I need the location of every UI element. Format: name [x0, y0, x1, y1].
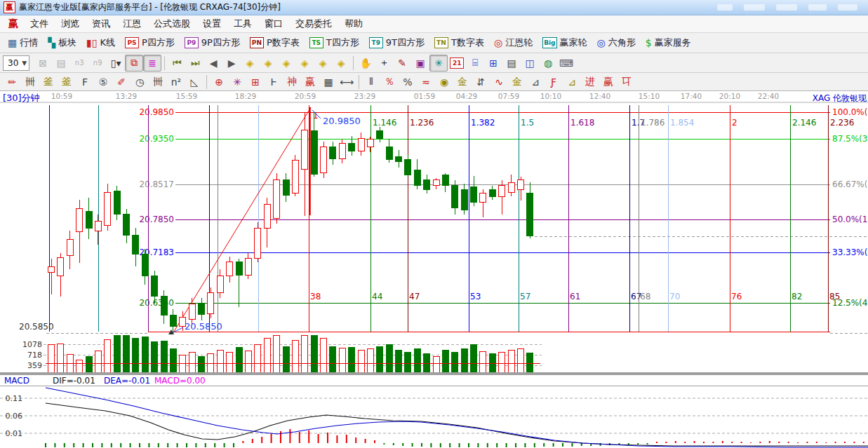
angle-tool-icon[interactable]: ◺ — [185, 74, 203, 90]
terminal-icon[interactable]: ⌨ — [557, 55, 575, 72]
crosshair-tool-icon[interactable]: ＋ — [375, 55, 393, 72]
gold-line-tool-icon[interactable]: 金 — [453, 74, 472, 90]
calculator-icon[interactable]: ⌸ — [466, 55, 484, 72]
time-cycle-tool-icon[interactable]: ◷ — [131, 74, 149, 90]
sectors-button[interactable]: ▚板块 — [43, 34, 81, 51]
menu-item-窗口[interactable]: 窗口 — [258, 16, 289, 32]
save-icon[interactable]: ◫ — [521, 55, 539, 72]
gold-gann-1-icon[interactable]: 釜 — [39, 74, 58, 90]
color-histogram-icon[interactable]: ≣ — [143, 55, 161, 72]
9p-square-button[interactable]: P99P四方形 — [180, 34, 245, 51]
gann-box-tool-icon[interactable]: ⊞ — [246, 74, 265, 90]
percent-red-tool-icon[interactable]: ％ — [380, 74, 399, 90]
chart-canvas[interactable]: 10:5913:2915:5918:2920:5923:2901:5904:29… — [0, 91, 868, 448]
fib-tool-icon[interactable]: F — [76, 74, 94, 90]
titlebar-faint-button[interactable] — [776, 4, 797, 11]
calendar-icon[interactable]: 21 — [448, 55, 466, 72]
gold-gann-2-icon[interactable]: 釜 — [58, 74, 76, 90]
disabled-tool-1-icon[interactable]: ⊠ — [34, 55, 52, 72]
pen-tool-icon[interactable]: ✏ — [3, 74, 21, 90]
candle — [133, 236, 139, 254]
k-marker-tool-icon[interactable]: Ͱ — [265, 74, 283, 90]
last-page-icon[interactable]: ⏭ — [186, 55, 204, 72]
compare-tool-icon[interactable]: ⫴ — [362, 74, 380, 90]
diamond-h-expand-icon[interactable]: ◈ — [277, 55, 295, 72]
menu-item-江恩[interactable]: 江恩 — [116, 16, 147, 32]
ying2-tool-icon[interactable]: 赢 — [599, 74, 617, 90]
chart-area[interactable]: 10:5913:2915:5918:2920:5923:2901:5904:29… — [0, 91, 868, 448]
menu-item-公式选股[interactable]: 公式选股 — [147, 16, 196, 32]
menu-item-浏览[interactable]: 浏览 — [55, 16, 86, 32]
candle-style-icon[interactable]: ▯▾ — [107, 55, 125, 72]
shen-tool-icon[interactable]: 神 — [283, 74, 301, 90]
first-page-icon[interactable]: ⏮ — [168, 55, 186, 72]
p-table-button[interactable]: PNP数字表 — [245, 34, 305, 51]
disabled-tool-4-icon[interactable]: n9 — [88, 55, 107, 72]
t-table-button[interactable]: TNT数字表 — [429, 34, 489, 51]
prev-bar-icon[interactable]: ◀ — [204, 55, 222, 72]
winner-service-button[interactable]: $赢家服务 — [641, 34, 696, 51]
menu-item-工具[interactable]: 工具 — [227, 16, 258, 32]
macd-indicator-name[interactable]: MACD — [4, 376, 29, 386]
p-square-button[interactable]: PSP四方形 — [120, 34, 180, 51]
titlebar-faint-button[interactable] — [744, 4, 765, 11]
level-tool-icon[interactable]: ≂ — [417, 74, 435, 90]
star-tool-icon[interactable]: ✳ — [228, 74, 246, 90]
jline-tool-icon[interactable]: ⊿ — [526, 74, 545, 90]
square-of-nine-tool-icon[interactable]: n² — [167, 74, 185, 90]
annotate-tool-icon[interactable]: ✎ — [393, 55, 411, 72]
notes-icon[interactable]: ▤ — [502, 55, 521, 72]
volume-bar — [396, 351, 402, 372]
diamond-h-shrink-icon[interactable]: ◈ — [295, 55, 314, 72]
svg-text:1.786: 1.786 — [641, 118, 665, 128]
web-icon[interactable]: ◍ — [539, 55, 557, 72]
titlebar-faint-button[interactable] — [838, 4, 857, 11]
smart-tool-icon[interactable]: ✳ — [429, 55, 448, 72]
9p-square-icon: P9 — [185, 37, 199, 48]
candle — [76, 208, 83, 231]
titlebar-faint-button[interactable] — [717, 4, 733, 11]
gann-wheel-button[interactable]: ◎江恩轮 — [489, 34, 538, 51]
ying-tool-icon[interactable]: 赢 — [301, 74, 319, 90]
9t-square-button[interactable]: T99T四方形 — [364, 34, 429, 51]
diamond-v-expand-icon[interactable]: ◈ — [314, 55, 332, 72]
titlebar-faint-button[interactable] — [808, 4, 827, 11]
menu-item-设置[interactable]: 设置 — [196, 16, 227, 32]
gold-circle-tool-icon[interactable]: ◉ — [435, 74, 453, 90]
diamond-right-icon[interactable]: ◈ — [259, 55, 277, 72]
menu-item-资讯[interactable]: 资讯 — [86, 16, 116, 32]
pattern-chart-icon[interactable]: ⧉ — [125, 55, 143, 72]
diamond-v-shrink-icon[interactable]: ◈ — [332, 55, 350, 72]
wave-tool-icon[interactable]: ∿ — [490, 74, 508, 90]
wave5-tool-icon[interactable]: ⑤ — [94, 74, 112, 90]
period-select[interactable]: 30▼ — [3, 55, 29, 71]
t-square-button[interactable]: TST四方形 — [305, 34, 364, 51]
jin-tool-icon[interactable]: 进 — [581, 74, 599, 90]
kline-button[interactable]: ▮▯K线 — [81, 34, 120, 51]
data-grid-icon[interactable]: ⊞ — [484, 55, 502, 72]
hexagon-button[interactable]: ◎六角形 — [592, 34, 641, 51]
gold-well-tool-icon[interactable]: 金 — [508, 74, 526, 90]
percent-tool-icon[interactable]: % — [399, 74, 417, 90]
disabled-tool-2-icon[interactable]: ▤ — [52, 55, 70, 72]
next-bar-icon[interactable]: ▶ — [222, 55, 241, 72]
menu-item-文件[interactable]: 文件 — [24, 16, 55, 32]
fline-tool-icon[interactable]: Ƒ — [545, 74, 563, 90]
disabled-tool-3-icon[interactable]: n3 — [70, 55, 88, 72]
si-tool-icon[interactable]: 㔿 — [617, 74, 636, 90]
updown-tool-icon[interactable]: ⇵ — [472, 74, 490, 90]
target-tool-icon[interactable]: ⊕ — [210, 74, 228, 90]
winner-wheel-button[interactable]: Big赢家轮 — [538, 34, 592, 51]
gold-angle-tool-icon[interactable]: ⊿ — [563, 74, 581, 90]
menu-item-交易委托[interactable]: 交易委托 — [289, 16, 338, 32]
marker-tool-icon[interactable]: ✐ — [112, 74, 131, 90]
pan-tool-icon[interactable]: ✋ — [356, 55, 375, 72]
diamond-left-icon[interactable]: ◈ — [241, 55, 259, 72]
ruler-tool-icon[interactable]: 卌 — [21, 74, 39, 90]
hrange-tool-icon[interactable]: ⟷ — [338, 74, 356, 90]
quotes-button[interactable]: ▦行情 — [3, 34, 43, 51]
menu-item-帮助[interactable]: 帮助 — [338, 16, 369, 32]
grid-tool-icon[interactable]: 卌 — [149, 74, 167, 90]
table-tool-icon[interactable]: ▦ — [319, 74, 338, 90]
window-tool-icon[interactable]: ▣ — [411, 55, 429, 72]
